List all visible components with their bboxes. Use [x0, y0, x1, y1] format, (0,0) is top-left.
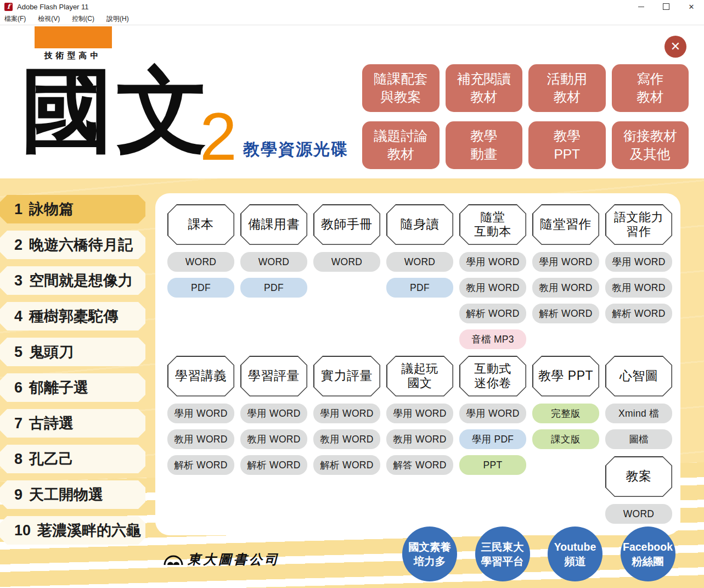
page-title: 國文	[21, 61, 212, 158]
resource-button-學習評量[interactable]: 學習評量	[240, 356, 307, 396]
resource-button-line: 教案	[626, 469, 652, 484]
category-button-0[interactable]: 隨課配套與教案	[362, 64, 440, 112]
file-pill-教用 WORD[interactable]: 教用 WORD	[605, 278, 672, 298]
file-pill-PDF[interactable]: PDF	[167, 278, 234, 298]
sidebar-item-lesson-7[interactable]: 7古詩選	[0, 409, 145, 438]
sidebar-item-lesson-10[interactable]: 10荖濃溪畔的六龜	[0, 516, 145, 545]
category-button-3[interactable]: 寫作教材	[612, 64, 689, 112]
resource-button-line: 學習講義	[175, 368, 227, 383]
file-pill-圖檔[interactable]: 圖檔	[605, 429, 672, 449]
publisher-brand-block	[35, 26, 112, 48]
resource-button-語文能力習作[interactable]: 語文能力習作	[605, 204, 672, 245]
file-pill-學用 WORD[interactable]: 學用 WORD	[240, 404, 307, 423]
resource-button-教案[interactable]: 教案	[605, 456, 672, 497]
sidebar-item-lesson-6[interactable]: 6郁離子選	[0, 373, 145, 402]
resource-column-課本: 課本WORDPDF	[167, 204, 234, 349]
link-circle-Facebook粉絲團[interactable]: Facebook粉絲團	[621, 527, 675, 581]
file-pill-WORD[interactable]: WORD	[386, 252, 453, 272]
resource-button-隨堂互動本[interactable]: 隨堂互動本	[459, 204, 526, 245]
resource-button-備課用書[interactable]: 備課用書	[240, 204, 307, 245]
file-pill-音檔 MP3[interactable]: 音檔 MP3	[459, 329, 526, 349]
file-pill-解析 WORD[interactable]: 解析 WORD	[532, 304, 599, 323]
file-pill-WORD[interactable]: WORD	[605, 504, 672, 524]
file-pill-解析 WORD[interactable]: 解析 WORD	[167, 455, 234, 475]
file-pill-教用 WORD[interactable]: 教用 WORD	[386, 429, 453, 449]
file-pill-學用 WORD[interactable]: 學用 WORD	[459, 404, 526, 423]
file-pill-教用 WORD[interactable]: 教用 WORD	[240, 429, 307, 449]
category-button-4[interactable]: 議題討論教材	[362, 121, 440, 169]
category-button-label: PPT	[554, 145, 580, 163]
header: 技術型高中 國文 2 教學資源光碟 ✕ 隨課配套與教案補充閱讀教材活動用教材寫作…	[0, 25, 704, 178]
file-pill-WORD[interactable]: WORD	[167, 252, 234, 272]
link-circle-Youtube頻道[interactable]: Youtube頻道	[548, 527, 602, 581]
file-pill-WORD[interactable]: WORD	[240, 252, 307, 272]
sidebar-item-lesson-1[interactable]: 1詠物篇	[0, 195, 145, 223]
file-pill-PDF[interactable]: PDF	[240, 278, 307, 298]
link-circle-三民東大學習平台[interactable]: 三民東大學習平台	[475, 527, 530, 581]
resource-button-label: 隨身讀	[386, 204, 453, 245]
close-icon[interactable]: ✕	[679, 0, 704, 13]
resource-button-label: 教師手冊	[313, 204, 380, 245]
resource-button-label: 議起玩國文	[386, 356, 453, 396]
file-pill-教用 WORD[interactable]: 教用 WORD	[532, 278, 599, 298]
menu-item-1[interactable]: 檢視(V)	[38, 14, 60, 24]
resource-button-教師手冊[interactable]: 教師手冊	[313, 204, 380, 245]
lesson-title: 郁離子選	[29, 378, 88, 397]
file-pill-學用 WORD[interactable]: 學用 WORD	[605, 252, 672, 272]
file-pill-解析 WORD[interactable]: 解析 WORD	[459, 304, 526, 323]
lesson-sidebar: 1詠物篇2晚遊六橋待月記3空間就是想像力4種樹郭橐駝傳5鬼頭刀6郁離子選7古詩選…	[0, 195, 145, 552]
exit-button[interactable]: ✕	[664, 36, 686, 58]
file-pill-完整版[interactable]: 完整版	[532, 404, 599, 423]
resource-button-教學 PPT[interactable]: 教學 PPT	[532, 356, 599, 396]
file-pill-Xmind 檔[interactable]: Xmind 檔	[605, 404, 672, 423]
link-circle-國文素養培力多[interactable]: 國文素養培力多	[402, 527, 457, 581]
sidebar-item-lesson-2[interactable]: 2晚遊六橋待月記	[0, 231, 145, 259]
resource-button-實力評量[interactable]: 實力評量	[313, 356, 380, 396]
resource-column-隨堂互動本: 隨堂互動本學用 WORD教用 WORD解析 WORD音檔 MP3	[459, 204, 526, 349]
category-button-5[interactable]: 教學動畫	[446, 121, 523, 169]
resource-button-學習講義[interactable]: 學習講義	[167, 356, 234, 396]
file-pill-學用 WORD[interactable]: 學用 WORD	[532, 252, 599, 272]
lesson-number: 9	[14, 486, 22, 503]
file-pill-學用 WORD[interactable]: 學用 WORD	[386, 404, 453, 423]
resource-button-心智圖[interactable]: 心智圖	[605, 356, 672, 396]
category-button-2[interactable]: 活動用教材	[528, 64, 606, 112]
category-button-6[interactable]: 教學PPT	[528, 121, 606, 169]
file-pill-教用 WORD[interactable]: 教用 WORD	[167, 429, 234, 449]
category-button-1[interactable]: 補充閱讀教材	[446, 64, 523, 112]
menu-item-2[interactable]: 控制(C)	[72, 14, 94, 24]
file-pill-教用 WORD[interactable]: 教用 WORD	[459, 278, 526, 298]
sidebar-item-lesson-9[interactable]: 9天工開物選	[0, 480, 145, 509]
menu-item-0[interactable]: 檔案(F)	[4, 14, 26, 24]
sidebar-item-lesson-3[interactable]: 3空間就是想像力	[0, 266, 145, 295]
category-button-7[interactable]: 銜接教材及其他	[612, 121, 689, 169]
link-circle-line: 頻道	[565, 554, 586, 568]
minimize-icon[interactable]	[628, 0, 654, 13]
file-pill-教用 WORD[interactable]: 教用 WORD	[313, 429, 380, 449]
file-pill-學用 PDF[interactable]: 學用 PDF	[459, 429, 526, 449]
file-pill-PPT[interactable]: PPT	[459, 455, 526, 475]
file-pill-解析 WORD[interactable]: 解析 WORD	[605, 304, 672, 323]
file-pill-學用 WORD[interactable]: 學用 WORD	[313, 404, 380, 423]
file-pill-WORD[interactable]: WORD	[313, 252, 380, 272]
resource-button-互動式迷你卷[interactable]: 互動式迷你卷	[459, 356, 526, 396]
file-pill-學用 WORD[interactable]: 學用 WORD	[459, 252, 526, 272]
menu-item-3[interactable]: 說明(H)	[106, 14, 129, 24]
resource-button-課本[interactable]: 課本	[167, 204, 234, 245]
file-pill-解答 WORD[interactable]: 解答 WORD	[386, 455, 453, 475]
maximize-icon[interactable]	[654, 0, 679, 13]
file-pill-解析 WORD[interactable]: 解析 WORD	[240, 455, 307, 475]
category-button-label: 及其他	[630, 145, 671, 163]
sidebar-item-lesson-4[interactable]: 4種樹郭橐駝傳	[0, 302, 145, 331]
file-pill-課文版[interactable]: 課文版	[532, 429, 599, 449]
resource-button-隨堂習作[interactable]: 隨堂習作	[532, 204, 599, 245]
sidebar-item-lesson-5[interactable]: 5鬼頭刀	[0, 338, 145, 366]
category-button-label: 教學	[554, 127, 581, 145]
file-pill-學用 WORD[interactable]: 學用 WORD	[167, 404, 234, 423]
sidebar-item-lesson-8[interactable]: 8孔乙己	[0, 445, 145, 473]
lesson-number: 1	[14, 201, 22, 218]
file-pill-PDF[interactable]: PDF	[386, 278, 453, 298]
resource-button-議起玩國文[interactable]: 議起玩國文	[386, 356, 453, 396]
resource-button-隨身讀[interactable]: 隨身讀	[386, 204, 453, 245]
file-pill-解析 WORD[interactable]: 解析 WORD	[313, 455, 380, 475]
